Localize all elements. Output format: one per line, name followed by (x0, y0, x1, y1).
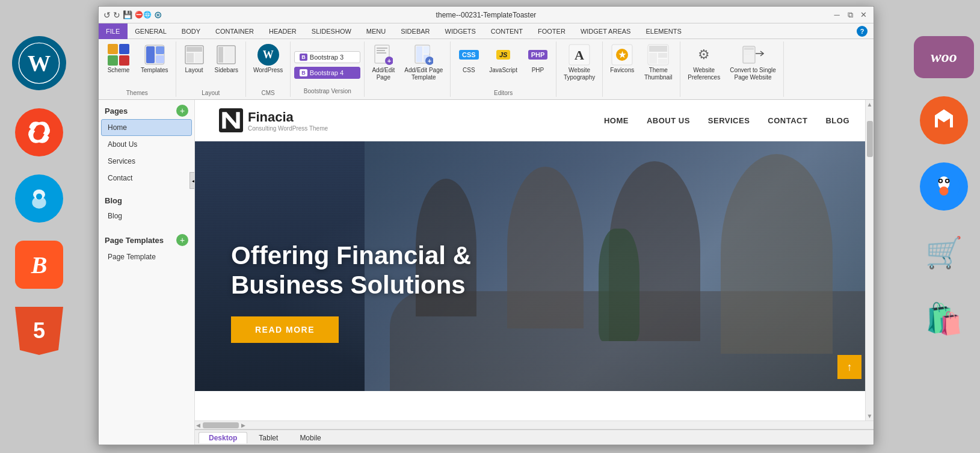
redo-icon[interactable]: ↻ (113, 10, 120, 20)
drupal-icon[interactable] (15, 174, 63, 223)
sidebar: ◀ Pages + Home About Us Services Contact… (99, 100, 195, 445)
sidebar-item-blog[interactable]: Blog (99, 208, 194, 224)
themes-group-items: Scheme Templates (102, 42, 172, 88)
close-button[interactable]: ✕ (858, 10, 869, 20)
tab-elements[interactable]: ELEMENTS (638, 23, 689, 39)
favicons-label: Favicons (610, 67, 634, 74)
tab-content[interactable]: CONTENT (484, 23, 531, 39)
add-edit-page-button[interactable]: + Add/EditPage (368, 42, 398, 84)
javascript-button[interactable]: JS JavaScript (485, 42, 521, 76)
opencart-icon[interactable]: 🛒 (920, 229, 968, 277)
scroll-down-button[interactable]: ▼ (866, 411, 874, 421)
wordpress-button[interactable]: W WordPress (250, 42, 286, 76)
joomla-icon[interactable] (15, 108, 63, 156)
convert-button[interactable]: Convert to SinglePage Website (726, 42, 780, 84)
sidebar-item-home[interactable]: Home (101, 119, 192, 136)
sidebars-label: Sidebars (215, 67, 238, 74)
bootstrap-version-label: Bootstrap Version (304, 88, 351, 94)
css-button[interactable]: CSS CSS (454, 42, 483, 76)
scroll-left-button[interactable]: ◀ (196, 422, 200, 428)
svg-rect-26 (377, 52, 386, 54)
tab-slideshow[interactable]: SLIDESHOW (304, 23, 359, 39)
maximize-button[interactable]: ⧉ (845, 10, 855, 20)
horizontal-scrollbar[interactable]: ◀ ▶ (195, 421, 874, 429)
sidebar-item-page-template[interactable]: Page Template (99, 248, 194, 265)
tab-widgets[interactable]: WIDGETS (438, 23, 484, 39)
scheme-button[interactable]: Scheme (102, 42, 135, 76)
blog-title: Blog (105, 196, 122, 205)
bootstrap3-button[interactable]: B Bootstrap 3 (294, 51, 360, 63)
sidebar-item-contact[interactable]: Contact (99, 170, 194, 186)
help-icon[interactable]: ? (857, 26, 868, 37)
help-button[interactable]: ? (851, 23, 874, 39)
nav-contact[interactable]: CONTACT (768, 116, 807, 125)
nav-services[interactable]: SERVICES (708, 116, 750, 125)
tab-general[interactable]: GENERAL (128, 23, 174, 39)
tab-body[interactable]: BODY (174, 23, 208, 39)
favicons-button[interactable]: ★ Favicons (606, 42, 638, 76)
tab-tablet[interactable]: Tablet (248, 432, 288, 443)
woo-icon[interactable]: woo (914, 36, 974, 78)
sidebars-button[interactable]: Sidebars (211, 42, 242, 76)
add-page-button[interactable]: + (176, 105, 188, 117)
title-bar: ↺ ↻ 💾 ⛔🌐 ⊛ theme--00231-TemplateToaster … (99, 7, 874, 23)
vertical-scrollbar[interactable]: ▲ ▼ (865, 100, 874, 421)
svg-rect-25 (377, 50, 385, 51)
wp-pref-items: ⚙ WebsitePreferences (684, 42, 780, 88)
blogger-icon[interactable]: B (15, 241, 63, 289)
svg-rect-46 (744, 48, 754, 50)
minimize-button[interactable]: ─ (831, 10, 842, 20)
magento-icon[interactable] (920, 96, 968, 144)
php-button[interactable]: PHP PHP (523, 42, 552, 76)
bootstrap4-button[interactable]: B Bootstrap 4 (294, 67, 360, 79)
website-typography-icon: A (569, 44, 590, 66)
add-edit-template-button[interactable]: + Add/Edit PageTemplate (401, 42, 446, 84)
add-page-template-button[interactable]: + (176, 234, 188, 246)
scroll-right-button[interactable]: ▶ (241, 422, 245, 428)
svg-rect-43 (658, 53, 667, 58)
theme-thumbnail-button[interactable]: ThemeThumbnail (640, 42, 676, 84)
nav-home[interactable]: HOME (604, 116, 629, 125)
pages-title: Pages (105, 106, 128, 116)
scrollbar-thumb[interactable] (867, 121, 873, 157)
layout-button[interactable]: Layout (180, 42, 209, 76)
tab-header[interactable]: HEADER (262, 23, 304, 39)
h-scrollbar-thumb[interactable] (203, 422, 239, 428)
sidebar-item-services[interactable]: Services (99, 153, 194, 170)
nav-about[interactable]: ABOUT US (647, 116, 690, 125)
templates-button[interactable]: Templates (137, 42, 172, 76)
sidebar-item-about[interactable]: About Us (99, 136, 194, 153)
website-preferences-button[interactable]: ⚙ WebsitePreferences (684, 42, 724, 84)
main-content: ◀ Pages + Home About Us Services Contact… (99, 100, 874, 445)
wordpress-icon[interactable]: W (12, 36, 66, 90)
add-edit-group: + Add/EditPage (365, 42, 451, 97)
scroll-up-button[interactable]: ▲ (866, 100, 874, 109)
website-typography-button[interactable]: A WebsiteTypography (560, 42, 599, 84)
nav-blog[interactable]: BLOG (825, 116, 849, 125)
collapse-sidebar-button[interactable]: ◀ (190, 172, 195, 189)
save-icon[interactable]: 💾 (123, 10, 132, 19)
add-edit-page-label: Add/EditPage (372, 67, 395, 81)
wordpress-label: WordPress (253, 67, 283, 74)
tab-sidebar[interactable]: SIDEBAR (393, 23, 437, 39)
hero-read-more-button[interactable]: READ MORE (231, 316, 339, 343)
website-nav: HOME ABOUT US SERVICES CONTACT BLOG (604, 116, 849, 125)
tab-footer[interactable]: FOOTER (531, 23, 573, 39)
html5-icon[interactable]: 5 (15, 307, 63, 355)
tab-file[interactable]: FILE (99, 23, 128, 39)
svg-rect-21 (218, 47, 223, 63)
tab-container[interactable]: CONTAINER (208, 23, 262, 39)
puffin-icon[interactable] (920, 162, 968, 211)
scroll-to-top-button[interactable]: ↑ (837, 355, 861, 379)
undo-icon[interactable]: ↺ (103, 10, 111, 20)
website-header: Finacia Consulting WordPress Theme HOME … (195, 100, 874, 141)
favicon-group: ★ Favicons (603, 42, 680, 97)
window-title: theme--00231-TemplateToaster (436, 11, 537, 19)
wt-items: A WebsiteTypography (560, 42, 599, 88)
tab-desktop[interactable]: Desktop (199, 432, 247, 443)
tab-menu[interactable]: MENU (359, 23, 393, 39)
layout-label-grp: Layout (202, 88, 220, 97)
tab-widget-areas[interactable]: WIDGET AREAS (573, 23, 639, 39)
tab-mobile[interactable]: Mobile (289, 432, 331, 443)
cart-icon[interactable]: 🛍️ (920, 295, 968, 343)
